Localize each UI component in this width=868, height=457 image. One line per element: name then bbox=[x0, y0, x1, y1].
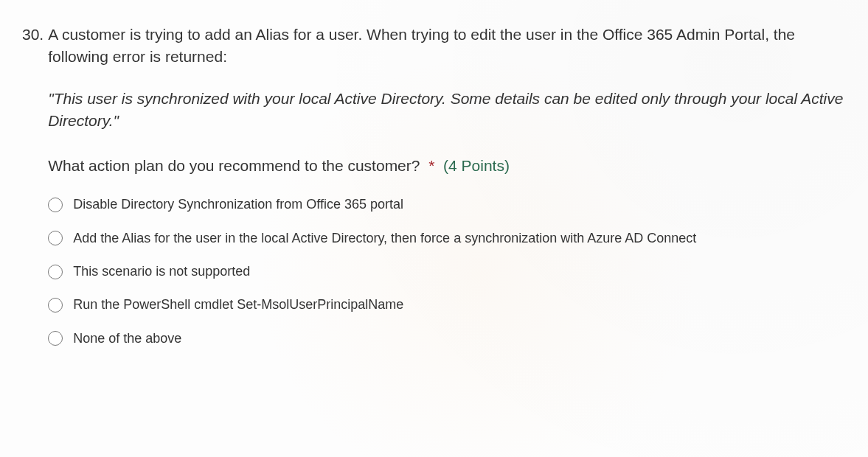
option-label: Disable Directory Synchronization from O… bbox=[73, 196, 403, 213]
option-2[interactable]: Add the Alias for the user in the local … bbox=[48, 230, 846, 247]
option-1[interactable]: Disable Directory Synchronization from O… bbox=[48, 196, 846, 213]
option-4[interactable]: Run the PowerShell cmdlet Set-MsolUserPr… bbox=[48, 296, 846, 313]
option-label: Add the Alias for the user in the local … bbox=[73, 230, 696, 247]
option-label: This scenario is not supported bbox=[73, 263, 250, 280]
question-stem: A customer is trying to add an Alias for… bbox=[48, 24, 846, 69]
option-3[interactable]: This scenario is not supported bbox=[48, 263, 846, 280]
question-quote: "This user is synchronized with your loc… bbox=[48, 88, 846, 133]
option-5[interactable]: None of the above bbox=[48, 330, 846, 347]
required-indicator: * bbox=[428, 157, 434, 174]
question-block: 30. A customer is trying to add an Alias… bbox=[0, 0, 868, 378]
question-header: 30. A customer is trying to add an Alias… bbox=[22, 24, 846, 363]
option-label: None of the above bbox=[73, 330, 181, 347]
radio-icon bbox=[48, 265, 63, 279]
radio-icon bbox=[48, 298, 63, 313]
question-number: 30. bbox=[22, 24, 44, 46]
radio-icon bbox=[48, 331, 63, 346]
question-prompt-text: What action plan do you recommend to the… bbox=[48, 157, 420, 174]
options-group: Disable Directory Synchronization from O… bbox=[48, 196, 846, 347]
option-label: Run the PowerShell cmdlet Set-MsolUserPr… bbox=[73, 296, 403, 313]
radio-icon bbox=[48, 198, 63, 212]
question-body: A customer is trying to add an Alias for… bbox=[48, 24, 846, 363]
points-label: (4 Points) bbox=[443, 157, 510, 174]
radio-icon bbox=[48, 231, 63, 245]
question-prompt: What action plan do you recommend to the… bbox=[48, 155, 846, 177]
